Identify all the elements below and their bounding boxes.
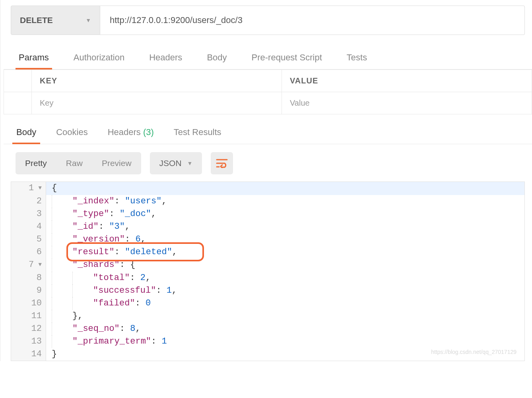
- params-value-header: VALUE: [282, 70, 532, 92]
- request-tab-pre-request-script[interactable]: Pre-request Script: [249, 44, 325, 69]
- response-tab-body[interactable]: Body: [12, 120, 40, 144]
- response-body-viewer[interactable]: 1 ▼{2"_index": "users",3"_type": "_doc",…: [11, 182, 525, 361]
- http-method-select[interactable]: DELETE ▼: [11, 6, 100, 35]
- params-value-input[interactable]: [290, 99, 524, 108]
- code-content: "_shards": {: [46, 259, 524, 272]
- fold-toggle-icon[interactable]: ▼: [35, 185, 42, 191]
- code-line: 4"_id": "3",: [11, 220, 524, 233]
- chevron-down-icon: ▼: [85, 17, 91, 23]
- line-number: 12: [11, 323, 46, 335]
- line-number: 5: [11, 233, 46, 246]
- params-row-handle[interactable]: [4, 92, 32, 114]
- request-tab-body[interactable]: Body: [204, 44, 230, 69]
- request-tab-tests[interactable]: Tests: [344, 44, 370, 69]
- line-number: 8: [11, 272, 46, 284]
- http-method-label: DELETE: [20, 15, 53, 25]
- line-number: 11: [11, 310, 46, 323]
- request-bar: DELETE ▼: [4, 0, 532, 41]
- view-mode-pretty[interactable]: Pretty: [16, 152, 56, 174]
- wrap-icon: [216, 158, 228, 168]
- code-content: {: [46, 182, 524, 195]
- code-line: 3"_type": "_doc",: [11, 208, 524, 220]
- code-line: 9"successful": 1,: [11, 284, 524, 297]
- code-line: 12"_seq_no": 8,: [11, 323, 524, 335]
- format-select[interactable]: JSON ▼: [150, 152, 202, 174]
- view-mode-raw[interactable]: Raw: [56, 152, 92, 174]
- params-key-header: KEY: [32, 70, 282, 92]
- request-tab-authorization[interactable]: Authorization: [70, 44, 128, 69]
- line-number: 14: [11, 348, 46, 361]
- code-line: 11},: [11, 310, 524, 323]
- line-number: 9: [11, 284, 46, 297]
- line-number: 1 ▼: [11, 182, 46, 195]
- response-tab-count: (3): [141, 127, 154, 137]
- code-line: 7 ▼"_shards": {: [11, 259, 524, 272]
- line-number: 6: [11, 246, 46, 259]
- params-key-input[interactable]: [40, 99, 274, 108]
- code-content: "_seq_no": 8,: [46, 323, 524, 335]
- code-line: 2"_index": "users",: [11, 195, 524, 208]
- params-table: KEY VALUE: [4, 70, 532, 114]
- line-number: 3: [11, 208, 46, 220]
- line-number: 13: [11, 335, 46, 348]
- code-content: "_id": "3",: [46, 220, 524, 233]
- response-tab-cookies[interactable]: Cookies: [52, 120, 91, 144]
- response-controls: PrettyRawPreview JSON ▼: [4, 144, 532, 178]
- request-tab-headers[interactable]: Headers: [146, 44, 185, 69]
- request-tab-params[interactable]: Params: [16, 44, 52, 69]
- view-mode-group: PrettyRawPreview: [16, 152, 141, 174]
- code-line: 5"_version": 6,: [11, 233, 524, 246]
- code-content: "total": 2,: [46, 272, 524, 284]
- code-content: "_type": "_doc",: [46, 208, 524, 220]
- params-handle-header: [4, 70, 32, 92]
- line-number: 7 ▼: [11, 259, 46, 272]
- code-line: 10"failed": 0: [11, 297, 524, 310]
- view-mode-preview[interactable]: Preview: [92, 152, 141, 174]
- url-input[interactable]: [100, 6, 525, 35]
- code-content: "_version": 6,: [46, 233, 524, 246]
- response-tabs: BodyCookiesHeaders (3)Test Results: [4, 120, 532, 144]
- params-row: [4, 92, 532, 114]
- fold-toggle-icon[interactable]: ▼: [35, 261, 42, 268]
- request-tabs: ParamsAuthorizationHeadersBodyPre-reques…: [4, 44, 532, 70]
- line-number: 4: [11, 220, 46, 233]
- code-line: 8"total": 2,: [11, 272, 524, 284]
- code-line: 6"result": "deleted",: [11, 246, 524, 259]
- wrap-lines-button[interactable]: [211, 152, 233, 174]
- code-line: 1 ▼{: [11, 182, 524, 195]
- response-tab-test-results[interactable]: Test Results: [170, 120, 225, 144]
- format-label: JSON: [159, 158, 182, 168]
- code-content: "successful": 1,: [46, 284, 524, 297]
- line-number: 2: [11, 195, 46, 208]
- chevron-down-icon: ▼: [187, 160, 193, 166]
- code-content: },: [46, 310, 524, 323]
- code-content: "failed": 0: [46, 297, 524, 310]
- line-number: 10: [11, 297, 46, 310]
- code-content: "_index": "users",: [46, 195, 524, 208]
- response-tab-headers[interactable]: Headers (3): [104, 120, 158, 144]
- code-content: "result": "deleted",: [46, 246, 524, 259]
- watermark: https://blog.csdn.net/qq_27017129: [431, 346, 516, 358]
